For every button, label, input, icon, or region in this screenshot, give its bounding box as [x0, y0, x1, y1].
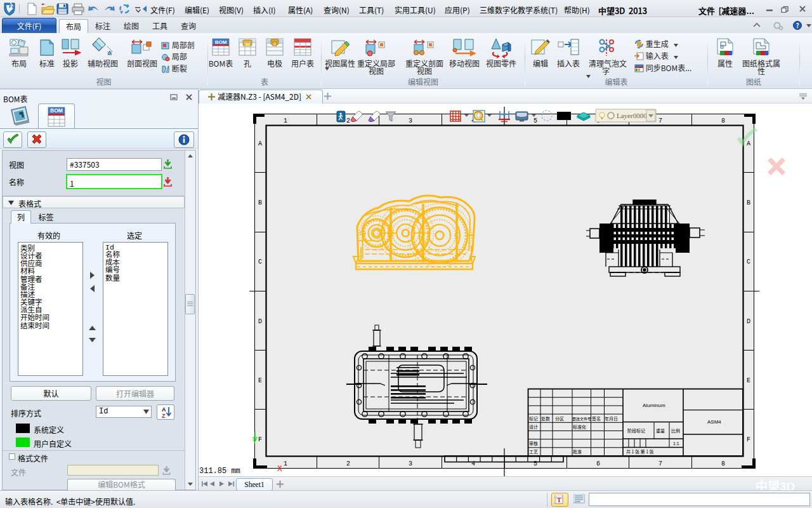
svg-text:重量: 重量 — [656, 427, 665, 434]
svg-text:标记: 标记 — [529, 415, 538, 422]
svg-text:Aluminum: Aluminum — [643, 403, 665, 408]
svg-text:8: 8 — [721, 117, 725, 124]
svg-text:分区: 分区 — [555, 415, 564, 422]
svg-text:阶段标记: 阶段标记 — [627, 427, 645, 434]
svg-text:5: 5 — [534, 460, 537, 467]
svg-text:更改文件号: 更改文件号 — [572, 416, 591, 422]
svg-text:Layer0000: Layer0000 — [617, 112, 647, 119]
svg-text:审核: 审核 — [529, 440, 538, 446]
svg-text:F: F — [747, 436, 750, 443]
svg-text:ASM4: ASM4 — [707, 419, 721, 425]
svg-text:2: 2 — [346, 460, 350, 467]
svg-text:1: 1 — [284, 460, 287, 467]
svg-text:4: 4 — [471, 460, 475, 467]
svg-text:?: ? — [796, 21, 799, 30]
svg-text:A: A — [258, 140, 262, 147]
svg-text:C: C — [258, 258, 262, 265]
svg-text:工艺: 工艺 — [529, 448, 538, 455]
svg-text:E: E — [747, 377, 750, 384]
svg-text:X: X — [277, 464, 282, 474]
svg-text:Z: Z — [162, 413, 166, 418]
svg-text:B: B — [747, 199, 750, 206]
svg-text:签名: 签名 — [592, 415, 601, 422]
svg-text:8: 8 — [721, 460, 725, 467]
svg-text:C: C — [747, 258, 750, 265]
svg-text:1: 1 — [284, 117, 287, 124]
svg-text:BOM: BOM — [50, 107, 63, 114]
svg-text:处数: 处数 — [541, 415, 550, 422]
svg-text:比例: 比例 — [671, 427, 680, 434]
svg-text:A: A — [162, 406, 166, 413]
svg-text:批准: 批准 — [573, 448, 582, 455]
svg-text:共 1 张 第 1 张: 共 1 张 第 1 张 — [626, 448, 654, 455]
svg-text:1:1: 1:1 — [673, 441, 679, 446]
svg-text:7: 7 — [658, 460, 662, 467]
svg-text:标准化: 标准化 — [573, 424, 586, 430]
svg-text:年月日: 年月日 — [605, 415, 618, 422]
svg-text:E: E — [258, 377, 262, 384]
svg-text:6: 6 — [596, 460, 600, 467]
svg-text:F: F — [258, 436, 262, 443]
svg-text:T: T — [557, 497, 561, 504]
svg-text:D: D — [747, 318, 750, 325]
svg-text:B: B — [258, 199, 262, 206]
svg-text:BOM: BOM — [215, 39, 227, 45]
svg-text:D: D — [258, 318, 262, 325]
svg-text:设计: 设计 — [529, 424, 538, 430]
svg-text:3: 3 — [409, 460, 412, 467]
